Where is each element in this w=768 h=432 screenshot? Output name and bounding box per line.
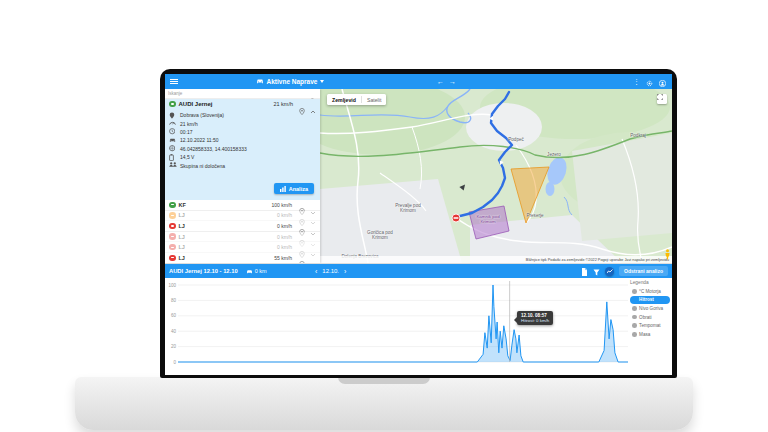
- laptop-base-notch: [338, 377, 430, 384]
- selected-vehicle-header[interactable]: AUDI Jernej 21 km/h: [165, 99, 320, 109]
- svg-text:0: 0: [173, 360, 176, 365]
- map-type-satelit[interactable]: Satelit: [362, 97, 386, 103]
- chevron-up-icon[interactable]: [310, 101, 316, 107]
- group-icon: [169, 162, 176, 169]
- legend-item[interactable]: Obrati: [630, 313, 670, 322]
- vehicle-name: LJ: [179, 212, 277, 218]
- legend-color-dot: [632, 289, 637, 294]
- svg-text:20: 20: [171, 344, 177, 349]
- legend-color-dot: [632, 332, 637, 337]
- page-title-dropdown[interactable]: Aktivne Naprave: [225, 74, 355, 89]
- map-canvas[interactable]: PodpečJezeroPodkrajPrevalje pod KrimomGo…: [320, 89, 672, 263]
- legend-item-label: °C Motorja: [639, 289, 661, 294]
- menu-icon[interactable]: [170, 79, 178, 85]
- vehicle-row[interactable]: LJ 0 km/h: [165, 221, 320, 232]
- search-input[interactable]: Iskanje: [165, 89, 320, 99]
- locate-pin-icon[interactable]: [299, 101, 305, 108]
- date-label: 12.10.: [322, 268, 339, 274]
- vehicle-speed: 0 km/h: [277, 212, 292, 218]
- vehicle-row[interactable]: LJ 0 km/h: [165, 232, 320, 243]
- svg-text:40: 40: [171, 329, 177, 334]
- map-type-zemljevid[interactable]: Zemljevid: [327, 97, 361, 103]
- chevron-down-icon[interactable]: [310, 202, 316, 208]
- analyze-button[interactable]: Analiza: [274, 183, 314, 194]
- distance-readout: 0 km: [246, 268, 267, 274]
- analyze-button-label: Analiza: [289, 186, 308, 192]
- speed-chart[interactable]: 100806040200: [165, 278, 672, 375]
- vehicle-speed: 100 km/h: [271, 202, 292, 208]
- vehicle-speed: 0 km/h: [277, 223, 292, 229]
- chevron-down-icon[interactable]: [310, 244, 316, 250]
- car-icon: [256, 78, 264, 85]
- back-arrow-icon[interactable]: ←: [437, 78, 444, 85]
- chevron-down-icon[interactable]: [310, 212, 316, 218]
- vehicle-detail-text: Dobrava (Slovenija): [180, 112, 224, 118]
- app-header: Aktivne Naprave ← → ⋮: [165, 74, 672, 89]
- settings-gear-icon[interactable]: [646, 74, 653, 91]
- vehicle-row[interactable]: LJ 0 km/h: [165, 242, 320, 253]
- prev-day-icon[interactable]: ‹: [315, 268, 317, 275]
- analysis-panel-header: AUDI Jernej 12.10 - 12.10 0 km ‹ 12.10. …: [165, 264, 672, 278]
- vehicle-row[interactable]: KF 100 km/h: [165, 200, 320, 211]
- locate-pin-icon[interactable]: [299, 233, 305, 240]
- svg-text:80: 80: [171, 298, 177, 303]
- forward-arrow-icon[interactable]: →: [449, 78, 456, 85]
- legend-item[interactable]: Hitrost: [630, 296, 670, 305]
- speed-gauge-icon: [169, 120, 176, 127]
- legend-item[interactable]: Nivo Goriva: [630, 304, 670, 313]
- vehicle-name: LJ: [179, 234, 277, 240]
- svg-text:60: 60: [171, 313, 177, 318]
- chart-mode-toggle[interactable]: [605, 267, 614, 276]
- user-account-icon[interactable]: [659, 74, 666, 91]
- legend-color-dot: [632, 298, 637, 303]
- legend-item[interactable]: Tempomat: [630, 321, 670, 330]
- vehicle-row[interactable]: LJ 0 km/h: [165, 211, 320, 222]
- legend-color-dot: [632, 315, 637, 320]
- legend-title: Legenda: [630, 280, 670, 285]
- battery-voltage-icon: [169, 154, 176, 161]
- laptop-screen: Aktivne Naprave ← → ⋮: [160, 69, 677, 378]
- vehicle-detail-row: 00:17: [169, 128, 317, 136]
- next-day-icon[interactable]: ›: [344, 268, 346, 275]
- fullscreen-icon[interactable]: [657, 94, 667, 104]
- app-window: Aktivne Naprave ← → ⋮: [165, 74, 672, 375]
- legend-color-dot: [632, 306, 637, 311]
- stopped-status-icon: [169, 244, 176, 251]
- vehicle-detail-row: 12.10.2022 11:50: [169, 136, 317, 144]
- vehicle-stop-marker[interactable]: [452, 214, 460, 222]
- remove-analysis-button[interactable]: Odstrani analizo: [619, 266, 668, 276]
- overflow-menu-icon[interactable]: ⋮: [633, 78, 640, 85]
- selected-vehicle-card: AUDI Jernej 21 km/h Dobrava (Slovenija) …: [165, 99, 320, 200]
- page-title: Aktivne Naprave: [267, 78, 318, 85]
- car-icon: [246, 269, 253, 274]
- map-type-control: Zemljevid Satelit: [327, 94, 386, 105]
- legend-item[interactable]: Masa: [630, 330, 670, 339]
- tooltip-value: Hitrost: 0 km/h: [521, 318, 549, 323]
- chart-tooltip: 12.10. 08:57 Hitrost: 0 km/h: [517, 311, 553, 325]
- map-tiles: [320, 89, 672, 263]
- vehicle-row[interactable]: LJ 55 km/h: [165, 253, 320, 263]
- vehicle-speed: 0 km/h: [277, 244, 292, 250]
- locate-pin-icon[interactable]: [299, 201, 305, 208]
- locate-pin-icon[interactable]: [299, 212, 305, 219]
- vehicle-detail-text: 21 km/h: [180, 121, 198, 127]
- vehicle-detail-text: 14,5 V: [180, 154, 194, 160]
- legend-item-label: Hitrost: [639, 297, 654, 302]
- location-pin-icon: [169, 112, 176, 119]
- legend-item-label: Nivo Goriva: [639, 306, 663, 311]
- vehicle-detail-row: 21 km/h: [169, 119, 317, 127]
- legend-item-label: Obrati: [639, 315, 652, 320]
- locate-pin-icon[interactable]: [299, 244, 305, 251]
- vehicle-detail-text: 12.10.2022 11:50: [180, 137, 219, 143]
- chevron-down-icon[interactable]: [310, 234, 316, 240]
- stopped-status-icon: [169, 255, 176, 262]
- vehicle-detail-list: Dobrava (Slovenija) 21 km/h 00:17 12.10.…: [169, 111, 317, 170]
- vehicle-time-icon: [169, 137, 176, 144]
- vehicle-detail-row: 46.042858333, 14.400158333: [169, 145, 317, 153]
- laptop-mockup: Aktivne Naprave ← → ⋮: [0, 0, 768, 432]
- svg-text:100: 100: [168, 283, 176, 288]
- laptop-base: [75, 377, 693, 430]
- legend-item[interactable]: °C Motorja: [630, 287, 670, 296]
- vehicle-speed: 55 km/h: [274, 255, 292, 261]
- vehicle-detail-row: Dobrava (Slovenija): [169, 111, 317, 119]
